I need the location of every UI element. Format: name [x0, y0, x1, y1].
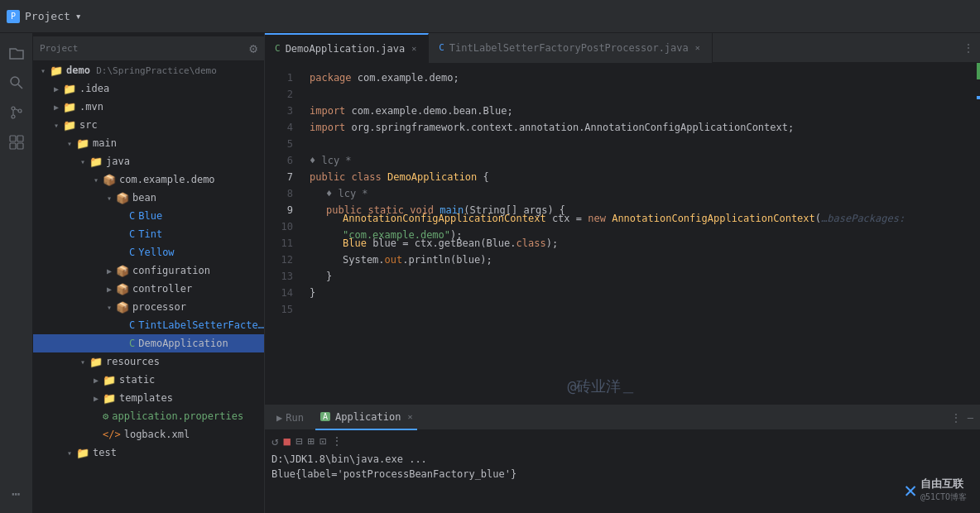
- tab-tint-processor[interactable]: C TintLabelSetterFactoryPostProcessor.ja…: [429, 33, 713, 63]
- tab-bar: C DemoApplication.java ✕ C TintLabelSett…: [265, 33, 980, 63]
- code-line-11: Blue blue = ctx.getBean(Blue.class);: [306, 235, 970, 252]
- svg-point-4: [18, 109, 22, 113]
- tree-item-package[interactable]: ▾ 📦 com.example.demo: [33, 170, 264, 189]
- code-line-5: [306, 136, 970, 152]
- tree-item-test[interactable]: ▾ 📁 test: [33, 443, 264, 462]
- tree-item-tint-class[interactable]: C Tint: [33, 225, 264, 243]
- console-restart-icon[interactable]: ↺: [271, 434, 278, 448]
- code-line-7: ▶ public class DemoApplication {: [306, 169, 970, 185]
- svg-point-0: [11, 77, 19, 85]
- tree-item-controller[interactable]: ▶ 📦 controller: [33, 280, 264, 298]
- bottom-content: ↺ ■ ⊟ ⊞ ⊡ ⋮ D:\JDK1.8\bin\java.exe ... B…: [265, 430, 980, 513]
- svg-line-6: [14, 109, 18, 111]
- tree-item-src[interactable]: ▾ 📁 src: [33, 116, 264, 134]
- tree-item-bean[interactable]: ▾ 📦 bean: [33, 189, 264, 207]
- file-tree-header: Project ⚙: [33, 36, 264, 61]
- title-label: Project: [25, 10, 70, 22]
- code-line-8: ♦ lcy *: [306, 185, 970, 202]
- svg-rect-9: [10, 143, 16, 149]
- code-line-10: AnnotationConfigApplicationContext ctx =…: [306, 218, 970, 235]
- code-line-13: }: [306, 268, 970, 285]
- svg-rect-8: [17, 136, 23, 141]
- tree-item-main[interactable]: ▾ 📁 main: [33, 134, 264, 152]
- tab-more-button[interactable]: ⋮: [957, 42, 980, 54]
- tree-item-idea[interactable]: ▶ 📁 .idea: [33, 79, 264, 98]
- tab-demo-application[interactable]: C DemoApplication.java ✕: [265, 33, 429, 63]
- bottom-tab-close-application[interactable]: ✕: [407, 412, 412, 421]
- find-nav-icon[interactable]: [3, 70, 30, 96]
- tree-item-tintlabel-class[interactable]: C TintLabelSetterFacte…: [33, 316, 264, 334]
- tree-item-processor[interactable]: ▾ 📦 processor: [33, 298, 264, 316]
- svg-point-3: [12, 115, 15, 118]
- tree-item-logback-xml[interactable]: </> logback.xml: [33, 425, 264, 443]
- tree-item-java[interactable]: ▾ 📁 java: [33, 152, 264, 170]
- svg-point-2: [12, 107, 15, 110]
- tab-close-demo[interactable]: ✕: [410, 42, 418, 55]
- console-line-1: D:\JDK1.8\bin\java.exe ...: [271, 452, 973, 467]
- tree-item-configuration[interactable]: ▶ 📦 configuration: [33, 261, 264, 280]
- tab-close-tint[interactable]: ✕: [694, 41, 702, 54]
- bottom-more-icon[interactable]: ⋮: [951, 412, 961, 424]
- console-scroll-lock-icon[interactable]: ⊟: [295, 434, 302, 448]
- bottom-tab-bar: ▶ Run A Application ✕ ⋮ —: [265, 405, 980, 430]
- code-line-14: }: [306, 285, 970, 301]
- code-content: package com.example.demo; import com.exa…: [306, 63, 970, 405]
- folder-nav-icon[interactable]: [3, 40, 30, 66]
- code-line-4: import org.springframework.context.annot…: [306, 119, 970, 136]
- more-nav-icon[interactable]: ⋯: [3, 480, 30, 506]
- tree-item-blue-class[interactable]: C Blue: [33, 207, 264, 225]
- tree-item-static[interactable]: ▶ 📁 static: [33, 371, 264, 389]
- console-line-2: Blue{label='postProcessBeanFactory_blue'…: [271, 467, 973, 482]
- svg-rect-7: [10, 136, 16, 141]
- bottom-panel: ▶ Run A Application ✕ ⋮ — ↺ ■ ⊟: [265, 405, 980, 513]
- bottom-controls: ⋮ —: [951, 412, 973, 424]
- file-tree: Project ⚙ ▾ 📁 demo D:\SpringPractice\dem…: [33, 33, 265, 513]
- vcs-nav-icon[interactable]: [3, 99, 30, 126]
- tree-item-templates[interactable]: ▶ 📁 templates: [33, 389, 264, 407]
- tree-item-resources[interactable]: ▾ 📁 resources: [33, 352, 264, 371]
- code-line-1: package com.example.demo;: [306, 70, 970, 86]
- bottom-minimize-icon[interactable]: —: [968, 412, 973, 424]
- tree-item-application-properties[interactable]: ⚙ application.properties: [33, 407, 264, 425]
- editor-right-gutter: [970, 63, 980, 405]
- line-numbers: 1 2 3 4 5 6 7 8 9 10 11 12 13 14 15: [265, 63, 306, 405]
- console-expand-icon[interactable]: ⊡: [319, 434, 326, 448]
- tree-item-mvn[interactable]: ▶ 📁 .mvn: [33, 98, 264, 116]
- code-line-12: System.out.println(blue);: [306, 252, 970, 268]
- editor-area: C DemoApplication.java ✕ C TintLabelSett…: [265, 33, 980, 513]
- structure-nav-icon[interactable]: [3, 129, 30, 156]
- tree-item-yellow-class[interactable]: C Yellow: [33, 243, 264, 261]
- tree-item-demo-application[interactable]: C DemoApplication: [33, 334, 264, 352]
- code-line-2: [306, 86, 970, 103]
- dropdown-icon[interactable]: ▾: [75, 10, 82, 22]
- code-line-15: [306, 301, 970, 318]
- title-bar: P Project ▾: [0, 0, 980, 33]
- bottom-tab-application[interactable]: A Application ✕: [315, 405, 418, 430]
- project-icon: P: [7, 10, 20, 23]
- sidebar-icons: ⋯: [0, 33, 33, 513]
- code-line-6: ♦ lcy *: [306, 152, 970, 169]
- console-stop-icon[interactable]: ■: [283, 434, 290, 448]
- code-editor[interactable]: 1 2 3 4 5 6 7 8 9 10 11 12 13 14 15 pack…: [265, 63, 980, 405]
- svg-rect-10: [17, 143, 23, 149]
- tree-settings-icon[interactable]: ⚙: [249, 41, 257, 56]
- tree-item-demo[interactable]: ▾ 📁 demo D:\SpringPractice\demo: [33, 61, 264, 79]
- bottom-tab-run[interactable]: ▶ Run: [271, 405, 309, 430]
- console-settings-icon[interactable]: ⋮: [331, 434, 343, 448]
- svg-line-1: [18, 84, 22, 89]
- code-line-3: import com.example.demo.bean.Blue;: [306, 103, 970, 119]
- console-collapse-icon[interactable]: ⊞: [307, 434, 314, 448]
